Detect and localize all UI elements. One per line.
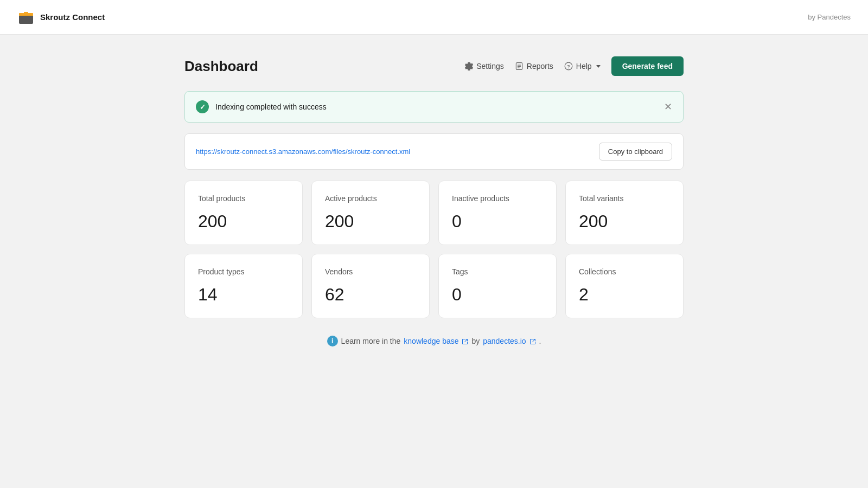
stat-card-product-types: Product types 14 — [184, 254, 303, 318]
reports-label: Reports — [527, 62, 553, 70]
stat-label-product-types: Product types — [198, 267, 289, 276]
stat-card-vendors: Vendors 62 — [311, 254, 430, 318]
success-check-icon — [196, 100, 209, 113]
success-message: Indexing completed with success — [215, 102, 327, 111]
stat-label-total-products: Total products — [198, 194, 289, 203]
page-title: Dashboard — [184, 58, 258, 75]
by-pandectes: by Pandectes — [808, 13, 851, 21]
app-header: Skroutz Connect by Pandectes — [0, 0, 868, 35]
stat-card-active-products: Active products 200 — [311, 181, 430, 245]
main-content: Dashboard Settings Reports — [174, 35, 694, 368]
stat-value-total-variants: 200 — [579, 211, 670, 232]
svg-rect-5 — [518, 65, 521, 66]
reports-button[interactable]: Reports — [515, 62, 553, 70]
svg-rect-7 — [518, 67, 520, 68]
stat-card-inactive-products: Inactive products 0 — [438, 181, 557, 245]
external-link-icon-2 — [529, 338, 536, 345]
stat-value-tags: 0 — [452, 285, 543, 305]
help-button[interactable]: ? Help — [564, 62, 601, 70]
url-bar: https://skroutz-connect.s3.amazonaws.com… — [184, 133, 684, 170]
success-banner: Indexing completed with success ✕ — [184, 91, 684, 123]
help-icon: ? — [564, 62, 573, 70]
generate-feed-button[interactable]: Generate feed — [611, 56, 684, 76]
help-chevron-icon — [596, 65, 601, 68]
svg-text:?: ? — [567, 64, 570, 69]
app-name: Skroutz Connect — [40, 12, 105, 22]
svg-rect-3 — [24, 12, 28, 16]
stat-value-vendors: 62 — [325, 285, 416, 305]
success-banner-left: Indexing completed with success — [196, 100, 327, 113]
stat-value-inactive-products: 0 — [452, 211, 543, 232]
stat-value-total-products: 200 — [198, 211, 289, 232]
stat-card-total-variants: Total variants 200 — [565, 181, 684, 245]
svg-rect-0 — [19, 15, 33, 24]
stat-label-active-products: Active products — [325, 194, 416, 203]
stat-card-tags: Tags 0 — [438, 254, 557, 318]
footer: i Learn more in the knowledge base by pa… — [184, 336, 684, 346]
footer-text-before: Learn more in the — [341, 337, 401, 345]
logo-area: Skroutz Connect — [17, 9, 105, 26]
stat-value-collections: 2 — [579, 285, 670, 305]
stat-card-total-products: Total products 200 — [184, 181, 303, 245]
pandectes-link[interactable]: pandectes.io — [483, 337, 535, 345]
close-banner-button[interactable]: ✕ — [664, 102, 672, 112]
help-label: Help — [576, 62, 592, 70]
stat-label-vendors: Vendors — [325, 267, 416, 276]
stats-grid-row1: Total products 200 Active products 200 I… — [184, 181, 684, 245]
stat-value-active-products: 200 — [325, 211, 416, 232]
stats-grid-row2: Product types 14 Vendors 62 Tags 0 Colle… — [184, 254, 684, 318]
settings-button[interactable]: Settings — [464, 62, 504, 70]
stat-value-product-types: 14 — [198, 285, 289, 305]
footer-period: . — [539, 337, 541, 345]
top-actions: Settings Reports ? Help — [464, 56, 684, 76]
copy-to-clipboard-button[interactable]: Copy to clipboard — [599, 143, 672, 160]
settings-icon — [464, 62, 473, 70]
pandectes-label: pandectes.io — [483, 337, 526, 345]
footer-by-text: by — [471, 337, 480, 345]
logo-svg — [17, 9, 35, 26]
stat-label-tags: Tags — [452, 267, 543, 276]
top-bar: Dashboard Settings Reports — [184, 56, 684, 76]
app-logo-icon — [17, 9, 35, 26]
knowledge-base-link[interactable]: knowledge base — [404, 337, 468, 345]
stat-card-collections: Collections 2 — [565, 254, 684, 318]
svg-rect-6 — [518, 66, 521, 67]
knowledge-base-label: knowledge base — [404, 337, 458, 345]
stat-label-total-variants: Total variants — [579, 194, 670, 203]
stat-label-collections: Collections — [579, 267, 670, 276]
stat-label-inactive-products: Inactive products — [452, 194, 543, 203]
feed-url-link[interactable]: https://skroutz-connect.s3.amazonaws.com… — [196, 147, 410, 156]
external-link-icon — [462, 338, 468, 345]
info-icon: i — [327, 336, 338, 346]
settings-label: Settings — [476, 62, 504, 70]
reports-icon — [515, 62, 524, 70]
